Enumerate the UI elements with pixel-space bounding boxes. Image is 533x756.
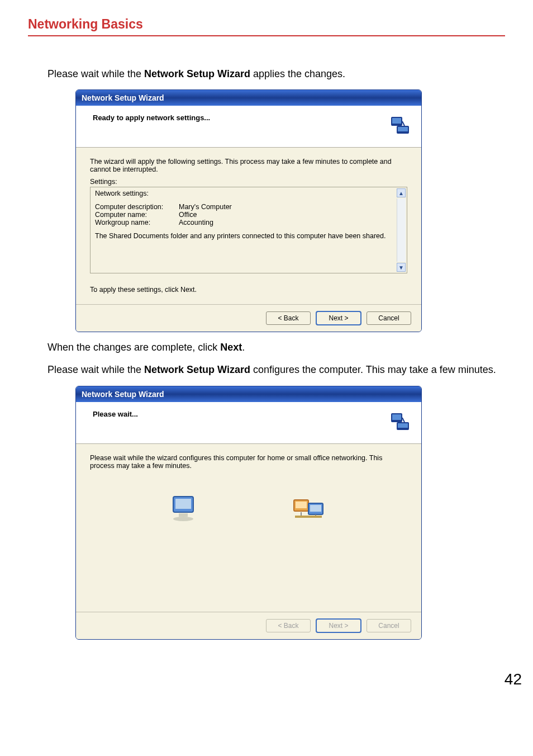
kv-row: Computer description: Mary's Computer	[95, 203, 396, 211]
svg-rect-9	[175, 499, 191, 509]
computer-icon	[166, 492, 200, 526]
settings-label: Settings:	[90, 178, 407, 186]
scrollbar-track[interactable]	[397, 199, 406, 262]
mid-paragraph-1: When the changes are complete, click Nex…	[47, 341, 505, 355]
wizard-dialog-1: Network Setup Wizard Ready to apply netw…	[75, 89, 422, 332]
text: configures the computer. This may take a…	[250, 364, 496, 375]
scroll-down-icon[interactable]: ▼	[397, 263, 406, 272]
text: When the changes are complete, click	[47, 342, 220, 353]
kv-row: Workgroup name: Accounting	[95, 219, 396, 226]
svg-rect-3	[398, 127, 408, 131]
cancel-button[interactable]: Cancel	[367, 311, 411, 325]
dialog-body: The wizard will apply the following sett…	[76, 148, 421, 304]
dialog-titlebar: Network Setup Wizard	[76, 386, 421, 402]
dialog-subtitle: Ready to apply network settings...	[93, 114, 210, 122]
svg-rect-13	[296, 502, 307, 508]
settings-heading: Network settings:	[95, 190, 396, 197]
wizard-dialog-2: Network Setup Wizard Please wait... Plea…	[75, 386, 422, 640]
bold-text: Network Setup Wizard	[144, 68, 250, 79]
svg-rect-7	[398, 423, 408, 428]
dialog-body: Please wait while the wizard configures …	[76, 444, 421, 612]
dialog-titlebar: Network Setup Wizard	[76, 90, 421, 106]
network-wizard-icon	[389, 114, 411, 136]
kv-key: Workgroup name:	[95, 219, 179, 226]
section-divider	[28, 35, 505, 36]
kv-key: Computer name:	[95, 211, 179, 219]
dialog-intro-text: The wizard will apply the following sett…	[90, 158, 407, 173]
bold-text: Next	[220, 342, 242, 353]
text: applies the changes.	[250, 68, 345, 79]
svg-rect-16	[295, 516, 322, 518]
settings-textbox[interactable]: Network settings: Computer description: …	[90, 187, 407, 273]
back-button[interactable]: < Back	[266, 311, 311, 325]
kv-value: Office	[179, 211, 197, 219]
dialog-button-row: < Back Next > Cancel	[76, 612, 421, 639]
page-number: 42	[0, 662, 533, 694]
svg-rect-10	[179, 513, 188, 517]
text: .	[242, 342, 245, 353]
kv-value: Accounting	[179, 219, 213, 226]
scroll-up-icon[interactable]: ▲	[397, 188, 406, 197]
back-button: < Back	[266, 619, 311, 632]
kv-value: Mary's Computer	[179, 203, 232, 211]
kv-key: Computer description:	[95, 203, 179, 211]
svg-rect-1	[392, 118, 401, 124]
icon-row	[90, 492, 407, 526]
cancel-button: Cancel	[367, 619, 411, 632]
svg-rect-15	[310, 505, 321, 512]
text: Please wait while the	[47, 364, 144, 375]
network-wizard-icon	[389, 410, 411, 432]
dialog-wait-text: Please wait while the wizard configures …	[90, 454, 407, 470]
svg-rect-5	[392, 414, 401, 420]
svg-point-11	[173, 517, 193, 521]
bold-text: Network Setup Wizard	[144, 364, 250, 375]
next-button: Next >	[316, 619, 361, 632]
intro-paragraph-1: Please wait while the Network Setup Wiza…	[47, 67, 505, 81]
dialog-header: Please wait...	[76, 402, 421, 444]
dialog-header: Ready to apply network settings...	[76, 106, 421, 148]
dialog-button-row: < Back Next > Cancel	[76, 304, 421, 332]
mid-paragraph-2: Please wait while the Network Setup Wiza…	[47, 363, 505, 377]
text: Please wait while the	[47, 68, 144, 79]
section-title: Networking Basics	[28, 17, 505, 32]
shared-text: The Shared Documents folder and any prin…	[95, 232, 396, 240]
network-computers-icon	[286, 492, 331, 526]
dialog-subtitle: Please wait...	[93, 410, 138, 418]
next-button[interactable]: Next >	[316, 311, 361, 325]
kv-row: Computer name: Office	[95, 211, 396, 219]
apply-instruction: To apply these settings, click Next.	[90, 286, 407, 294]
